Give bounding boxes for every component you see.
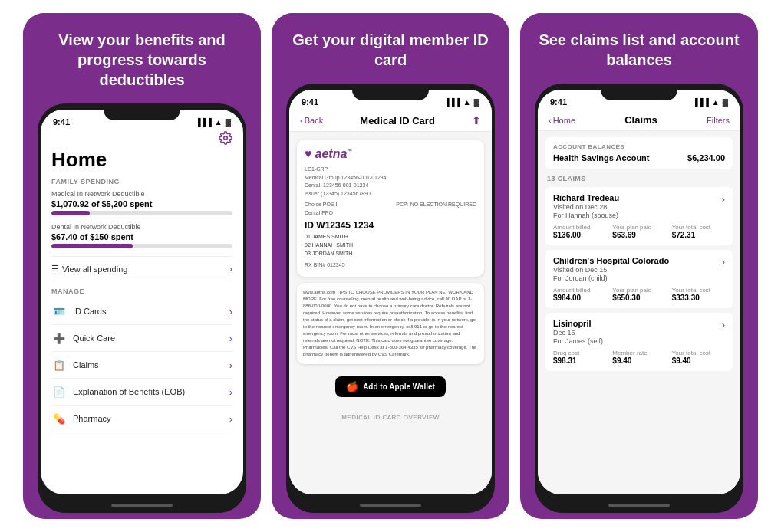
gear-icon[interactable] <box>219 131 232 145</box>
claim2-billed-label: Amount billed <box>553 287 606 294</box>
id-cards-icon: 🪪 <box>51 304 67 319</box>
back-button3[interactable]: ‹ Home <box>549 116 575 125</box>
phone2-screen: 9:41 ▐▐▐ ▲ ▓ ‹ Back Medical ID Card ⬆ <box>289 90 492 494</box>
claim2-header: Children's Hospital Colorado Visited on … <box>553 256 725 282</box>
aetna-brand: aetna™ <box>315 147 353 161</box>
back-button2[interactable]: ‹ Back <box>300 116 323 125</box>
claim-card-1[interactable]: Richard Tredeau Visited on Dec 28 For Ha… <box>545 187 733 245</box>
claim2-billed-value: $984.00 <box>553 294 606 302</box>
card-group: LC1-GRP <box>305 166 476 174</box>
home-indicator3 <box>608 504 670 507</box>
id-cards-chevron: › <box>229 306 232 317</box>
apple-wallet-button[interactable]: 🍎 Add to Apple Wallet <box>335 376 446 397</box>
claim3-plan-value: $9.40 <box>612 356 665 365</box>
deductible-medical-label: Medical In Network Deductible <box>51 190 232 198</box>
claim2-plan-value: $650.30 <box>612 294 665 302</box>
menu-item-claims-left: 📋 Claims <box>51 357 99 373</box>
claim2-billed-col: Amount billed $984.00 <box>553 287 606 302</box>
share-icon[interactable]: ⬆ <box>472 114 481 126</box>
claim3-info: Lisinopril Dec 15 For James (self) <box>553 319 603 345</box>
menu-item-id-cards[interactable]: 🪪 ID Cards › <box>51 298 232 325</box>
claim3-total-col: Your total cost $9.40 <box>672 350 725 365</box>
nav-bar2: ‹ Back Medical ID Card ⬆ <box>289 110 492 132</box>
claim1-plan-value: $63.69 <box>612 231 665 239</box>
apple-logo-icon: 🍎 <box>346 381 358 392</box>
menu-item-pharmacy[interactable]: 💊 Pharmacy › <box>51 406 232 432</box>
claim-card-3[interactable]: Lisinopril Dec 15 For James (self) › Dru… <box>545 313 733 371</box>
phone3-screen: 9:41 ▐▐▐ ▲ ▓ ‹ Home Claims Filters <box>538 90 740 494</box>
claim3-total-value: $9.40 <box>672 356 725 365</box>
claim-card-2[interactable]: Children's Hospital Colorado Visited on … <box>545 250 733 308</box>
card-members: 01 JAMES SMITH 02 HANNAH SMITH 03 JORDAN… <box>305 232 476 258</box>
pharmacy-icon: 💊 <box>51 411 67 426</box>
quick-care-chevron: › <box>229 333 232 344</box>
wifi-icon2: ▲ <box>463 98 471 107</box>
claim1-date: Visited on Dec 28 <box>553 203 619 211</box>
menu-item-quick-care[interactable]: ➕ Quick Care › <box>51 325 232 352</box>
panel-id-card: Get your digital member ID card 9:41 ▐▐▐… <box>272 13 509 519</box>
claims-scroll: ACCOUNT BALANCES Health Savings Account … <box>538 131 740 494</box>
menu-item-pharmacy-left: 💊 Pharmacy <box>51 411 111 426</box>
claim1-total-value: $72.31 <box>672 231 725 239</box>
status-icons2: ▐▐▐ ▲ ▓ <box>444 98 479 107</box>
claim1-info: Richard Tredeau Visited on Dec 28 For Ha… <box>553 193 619 219</box>
id-card-front: ♥ aetna™ LC1-GRP Medical Group 123456-00… <box>297 140 484 277</box>
claim1-for: For Hannah (spouse) <box>553 212 619 219</box>
claim3-billed-value: $98.31 <box>553 356 606 365</box>
card-info: LC1-GRP Medical Group 123456-001-01234 D… <box>305 166 476 198</box>
claim2-info: Children's Hospital Colorado Visited on … <box>553 256 669 282</box>
phone1-bottom <box>38 498 246 513</box>
card-dental: Dental: 123456-001-01234 <box>305 182 476 190</box>
claim1-total-label: Your total cost <box>672 224 725 231</box>
claim2-total-label: Your total cost <box>672 287 725 294</box>
panel-claims: See claims list and account balances 9:4… <box>520 13 758 519</box>
claim3-plan-col: Member rate $9.40 <box>612 350 665 365</box>
card-id-number: ID W12345 1234 <box>305 220 476 231</box>
card-info-grid: Choice POS II Dental PPO PCP: NO ELECTIO… <box>305 201 476 217</box>
menu-item-eob[interactable]: 📄 Explanation of Benefits (EOB) › <box>51 379 232 406</box>
claim1-billed-value: $136.00 <box>553 231 606 239</box>
menu-item-quick-care-left: ➕ Quick Care <box>51 330 115 346</box>
claim3-date: Dec 15 <box>553 329 603 337</box>
screen2-content: ♥ aetna™ LC1-GRP Medical Group 123456-00… <box>289 132 492 494</box>
phone2-bottom <box>286 498 495 513</box>
aetna-logo: ♥ aetna™ <box>305 147 476 161</box>
deductible-dental-bar-bg <box>51 244 232 248</box>
home-indicator2 <box>360 504 421 507</box>
claim3-chevron: › <box>722 319 725 330</box>
claim2-plan-col: Your plan paid $650.30 <box>612 287 665 302</box>
filters-button[interactable]: Filters <box>707 116 730 125</box>
balance-section: ACCOUNT BALANCES Health Savings Account … <box>545 137 733 169</box>
deductible-medical: Medical In Network Deductible $1,070.92 … <box>51 190 232 215</box>
claim3-billed-label: Drug cost <box>553 350 606 356</box>
eob-chevron: › <box>229 386 232 398</box>
home-indicator1 <box>111 504 173 507</box>
balance-name: Health Savings Account <box>553 153 650 163</box>
menu-item-id-cards-left: 🪪 ID Cards <box>51 304 106 319</box>
heart-icon: ♥ <box>305 147 312 161</box>
claim1-billed-col: Amount billed $136.00 <box>553 224 606 239</box>
view-spending-row[interactable]: ☰ View all spending › <box>51 256 232 281</box>
phone3-notch <box>601 84 677 100</box>
claim2-amounts: Amount billed $984.00 Your plan paid $65… <box>553 287 725 302</box>
deductible-medical-bar-bg <box>51 211 232 215</box>
phone1-mockup: 9:41 ▐▐▐ ▲ ▓ Home FAMILY SPENDING Medica… <box>38 103 246 513</box>
wifi-icon3: ▲ <box>712 98 720 107</box>
deductible-dental-label: Dental In Network Deductible <box>51 223 232 231</box>
signal-icon: ▐▐▐ <box>196 118 212 126</box>
status-time2: 9:41 <box>302 97 318 107</box>
deductible-dental-amount: $67.40 of $150 spent <box>51 232 232 241</box>
card-back-text: www.aetna.com TIPS TO CHOOSE PROVIDERS I… <box>303 289 478 358</box>
screen1-content: Home FAMILY SPENDING Medical In Network … <box>41 130 243 494</box>
claim1-name: Richard Tredeau <box>553 193 619 202</box>
menu-item-claims[interactable]: 📋 Claims › <box>51 352 232 379</box>
list-icon: ☰ <box>51 264 59 274</box>
claim3-plan-label: Member rate <box>612 350 665 356</box>
family-spending-label: FAMILY SPENDING <box>51 178 232 186</box>
claim3-amounts: Drug cost $98.31 Member rate $9.40 Your … <box>553 350 725 365</box>
status-icons3: ▐▐▐ ▲ ▓ <box>693 98 728 107</box>
status-time1: 9:41 <box>53 117 70 126</box>
phone2-mockup: 9:41 ▐▐▐ ▲ ▓ ‹ Back Medical ID Card ⬆ <box>286 84 495 513</box>
panel3-header: See claims list and account balances <box>520 13 758 84</box>
top-row <box>51 130 232 148</box>
